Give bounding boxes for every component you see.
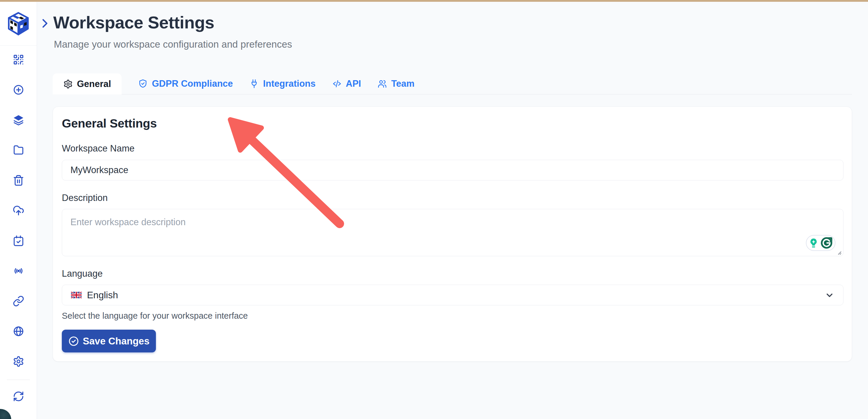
description-label: Description	[62, 192, 843, 204]
grammarly-widget[interactable]	[806, 235, 835, 251]
calendar-check-icon[interactable]	[13, 235, 24, 246]
settings-gear-icon[interactable]	[13, 356, 24, 367]
tab-team[interactable]: Team	[377, 73, 414, 94]
workspace-name-label: Workspace Name	[62, 143, 843, 154]
tab-label: GDPR Compliance	[152, 79, 233, 89]
shield-check-icon	[138, 79, 148, 88]
description-textarea[interactable]	[62, 209, 843, 256]
code-icon	[332, 79, 342, 88]
top-accent-bar	[0, 0, 868, 2]
plus-circle-icon[interactable]	[13, 84, 24, 96]
settings-tabbar: General GDPR Compliance Integrations API…	[53, 73, 852, 94]
app-logo[interactable]	[0, 2, 37, 46]
general-settings-card: General Settings Workspace Name Descript…	[53, 107, 852, 362]
tab-api[interactable]: API	[332, 73, 361, 94]
sidebar	[0, 2, 37, 419]
sidebar-divider	[7, 380, 30, 380]
link-icon[interactable]	[13, 295, 24, 307]
language-helper-text: Select the language for your workspace i…	[62, 310, 843, 321]
cloud-upload-icon[interactable]	[13, 205, 24, 216]
lightbulb-icon	[808, 238, 819, 248]
qr-code-icon[interactable]	[13, 54, 24, 65]
grammarly-g-icon	[820, 236, 833, 249]
sidebar-nav	[13, 54, 24, 367]
chevron-down-icon	[825, 291, 834, 300]
folder-icon[interactable]	[13, 144, 24, 156]
uk-flag-icon	[71, 291, 82, 299]
page-title: Workspace Settings	[53, 12, 214, 32]
broadcast-icon[interactable]	[13, 265, 24, 277]
description-field-wrap	[62, 209, 843, 256]
sync-icon[interactable]	[13, 391, 24, 402]
users-icon	[377, 79, 387, 88]
tab-integrations[interactable]: Integrations	[249, 73, 315, 94]
plug-icon	[249, 79, 259, 88]
page-subtitle: Manage your workspace configuration and …	[54, 39, 292, 50]
save-button-label: Save Changes	[83, 335, 150, 347]
save-changes-button[interactable]: Save Changes	[62, 330, 156, 352]
layers-icon[interactable]	[13, 114, 24, 126]
card-heading: General Settings	[62, 116, 843, 130]
tab-gdpr-compliance[interactable]: GDPR Compliance	[138, 73, 233, 94]
trash-icon[interactable]	[13, 175, 24, 186]
check-circle-icon	[68, 336, 79, 347]
workspace-name-input[interactable]	[62, 160, 843, 180]
cube-dice-logo-icon	[7, 11, 30, 36]
textarea-resize-handle[interactable]	[836, 250, 842, 255]
tab-label: Team	[391, 79, 414, 89]
tab-label: API	[346, 79, 361, 89]
globe-icon[interactable]	[13, 326, 24, 337]
language-selected-value: English	[87, 290, 118, 301]
gear-icon	[63, 79, 73, 89]
tab-general[interactable]: General	[53, 73, 122, 94]
tab-label: Integrations	[263, 79, 315, 89]
breadcrumb-chevron-icon	[38, 17, 51, 30]
language-select[interactable]: English	[62, 285, 843, 305]
language-label: Language	[62, 268, 843, 279]
tab-label: General	[77, 79, 111, 89]
